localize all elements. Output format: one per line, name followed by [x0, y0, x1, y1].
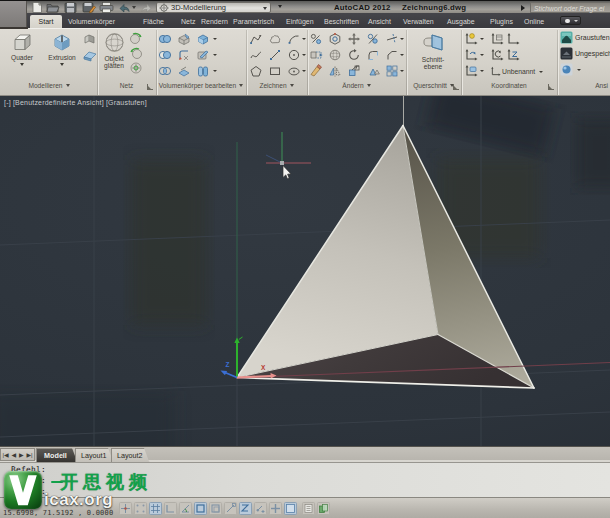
ucs-previous-button[interactable] [464, 48, 478, 62]
solid-edit-button[interactable] [177, 32, 191, 46]
save-icon[interactable] [64, 2, 78, 13]
tab-parametrisch[interactable]: Parametrisch [233, 15, 274, 28]
taper-face-button[interactable] [177, 64, 191, 78]
fillet-button[interactable] [366, 48, 380, 62]
tab-volumenkoerper[interactable]: Volumenkörper [68, 15, 115, 28]
ellipse-caret[interactable] [302, 70, 306, 72]
viewport-controls-label[interactable]: [-] [Benutzerdefinierte Ansicht] [Graust… [4, 99, 147, 106]
undo-dropdown-caret[interactable] [132, 6, 136, 9]
r2-caret[interactable] [213, 54, 217, 56]
tab-plugins[interactable]: Plugins [490, 15, 513, 28]
tab-einfuegen[interactable]: Einfügen [286, 15, 314, 28]
selection-cycling-toggle[interactable] [317, 501, 330, 514]
ucs-world-button[interactable] [464, 32, 478, 46]
tab-start[interactable]: Start [30, 15, 62, 28]
dynamic-input-toggle[interactable] [254, 501, 267, 514]
schnittebene-button[interactable]: Schnitt-ebene [413, 31, 453, 70]
ucs-icon-properties-button[interactable] [490, 32, 504, 46]
circle-button[interactable] [287, 48, 301, 62]
tab-rendern[interactable]: Rendern [201, 15, 228, 28]
tab-beschriften[interactable]: Beschriften [324, 15, 359, 28]
fillet-edge-button[interactable] [177, 48, 191, 62]
osnap-3d-toggle[interactable] [209, 501, 222, 514]
open-folder-icon[interactable] [46, 2, 60, 13]
ucs1-caret[interactable] [480, 38, 484, 40]
model-viewport[interactable]: X Z [-] [Benutzerdefinierte Ansicht] [Gr… [0, 96, 610, 446]
stretch-button[interactable] [309, 48, 323, 62]
intersect-button[interactable] [158, 64, 172, 78]
tab-netz[interactable]: Netz [181, 15, 195, 28]
camera-dropdown[interactable] [560, 63, 581, 76]
panel-label-aendern[interactable]: Ändern [308, 81, 405, 91]
r1-caret[interactable] [213, 38, 217, 40]
tab-online[interactable]: Online [524, 15, 544, 28]
new-file-icon[interactable] [30, 2, 44, 13]
tab-ausgabe[interactable]: Ausgabe [447, 15, 475, 28]
ribbon-minimize-button[interactable] [560, 16, 581, 25]
mesh-smooth-more-button[interactable] [129, 31, 143, 45]
move-button[interactable] [347, 32, 361, 46]
erase-button[interactable] [309, 64, 323, 78]
chamfer-caret[interactable] [400, 54, 404, 56]
search-collapse-icon[interactable] [521, 5, 525, 11]
r3-caret[interactable] [213, 70, 217, 72]
osnap-toggle[interactable] [194, 501, 207, 514]
save-as-icon[interactable] [82, 2, 96, 13]
subtract-button[interactable] [158, 48, 172, 62]
arc-caret[interactable] [302, 38, 306, 40]
ortho-toggle[interactable] [164, 501, 177, 514]
rotate-button[interactable] [347, 48, 361, 62]
array-3d-button[interactable] [366, 64, 380, 78]
line-button[interactable] [268, 48, 282, 62]
qat-overflow-caret[interactable] [278, 5, 282, 8]
trim-button[interactable] [385, 32, 399, 46]
quader-button[interactable]: Quader [4, 31, 40, 66]
ucs3-caret[interactable] [480, 70, 484, 72]
transparency-toggle[interactable] [284, 501, 297, 514]
quick-properties-toggle[interactable] [302, 501, 315, 514]
plot-printer-icon[interactable] [99, 2, 113, 13]
help-search-input[interactable]: Stichwort oder Frage ei [530, 2, 610, 13]
visual-style-dropdown[interactable]: Graustufen [560, 31, 610, 44]
workspace-switcher[interactable]: 3D-Modellierung [156, 2, 271, 13]
ucs-object-button[interactable] [464, 64, 478, 78]
netz-dialog-launcher-icon[interactable] [147, 84, 153, 90]
panel-label-zeichnen[interactable]: Zeichnen [247, 81, 306, 91]
ucs-named-dropdown[interactable]: Unbenannt [490, 65, 552, 78]
revision-cloud-button[interactable] [268, 32, 282, 46]
union-button[interactable] [158, 32, 172, 46]
extrusion-button[interactable]: Extrusion [42, 31, 82, 66]
dynamic-ucs-toggle[interactable] [239, 501, 252, 514]
mesh-refine-button[interactable] [129, 61, 143, 75]
mesh-smooth-less-button[interactable] [129, 46, 143, 60]
scale-button[interactable] [347, 64, 361, 78]
grid-toggle[interactable] [149, 501, 162, 514]
polysolid-button[interactable] [83, 32, 97, 46]
app-menu-corner[interactable] [0, 1, 26, 27]
mirror-3d-button[interactable] [328, 64, 342, 78]
move-3d-button[interactable] [309, 32, 323, 46]
polar-toggle[interactable] [179, 501, 192, 514]
tab-ansicht[interactable]: Ansicht [368, 15, 391, 28]
redo-icon[interactable] [140, 2, 154, 13]
panel-label-modellieren[interactable]: Modellieren [2, 81, 96, 91]
koordinaten-dialog-launcher-icon[interactable] [548, 84, 554, 90]
trim-caret[interactable] [400, 38, 404, 40]
rectangle-button[interactable] [268, 64, 282, 78]
undo-icon[interactable] [117, 2, 131, 13]
copy-button[interactable] [366, 32, 380, 46]
panel-label-koordinaten[interactable]: Koordinaten [462, 81, 556, 91]
polyline-button[interactable] [249, 32, 263, 46]
snap-toggle[interactable] [134, 501, 147, 514]
otrack-toggle[interactable] [224, 501, 237, 514]
rotate-3d-button[interactable] [328, 32, 342, 46]
chamfer-button[interactable] [385, 48, 399, 62]
ucs-z-axis-button[interactable] [506, 48, 520, 62]
ucs-restore-button[interactable] [490, 48, 504, 62]
circle-caret[interactable] [302, 54, 306, 56]
spline-button[interactable] [249, 48, 263, 62]
tab-flaeche[interactable]: Fläche [143, 15, 164, 28]
tab-verwalten[interactable]: Verwalten [403, 15, 434, 28]
layout-tab-nav-buttons[interactable]: |◀◀▶▶| [0, 448, 35, 461]
objekt-glaetten-button[interactable]: Objektglätten [100, 31, 128, 69]
